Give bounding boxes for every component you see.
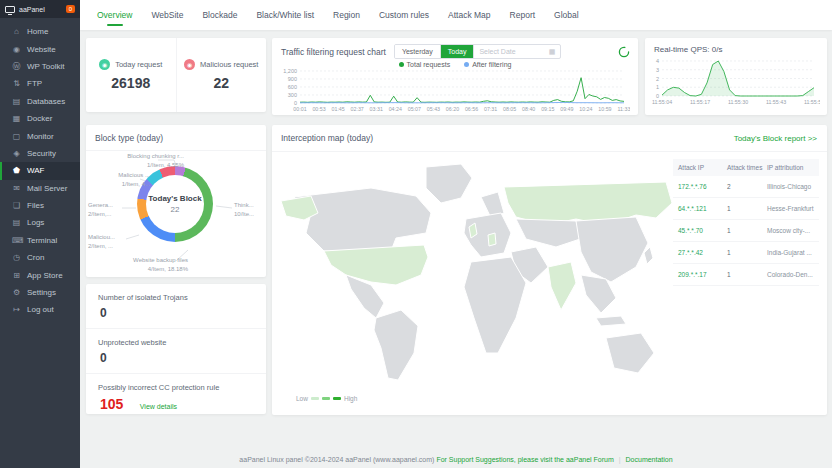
- tab-website[interactable]: WebSite: [151, 0, 183, 30]
- sidebar: aaPanel 0 ⌂Home◉WebsiteⓌWP Toolkit⇅FTP▤D…: [0, 0, 80, 468]
- malicious-request-label: Malicious request: [200, 60, 258, 69]
- sidebar-item-cron[interactable]: ◷Cron: [0, 249, 80, 266]
- tab-region[interactable]: Region: [333, 0, 360, 30]
- svg-text:11:55:04: 11:55:04: [652, 99, 672, 105]
- after-filtering-dot: [464, 62, 469, 67]
- legend-after-filtering[interactable]: After filtering: [464, 61, 511, 68]
- attack-table-row[interactable]: 209.*.*.171Colorado-Den...: [673, 264, 819, 286]
- tab-blockade[interactable]: Blockade: [202, 0, 237, 30]
- date-range-group: Yesterday Today Select Date ▦: [394, 44, 562, 59]
- svg-text:600: 600: [288, 84, 297, 90]
- isolated-trojans-value: 0: [98, 306, 254, 320]
- world-map: [276, 157, 676, 385]
- calendar-icon: ▦: [549, 48, 556, 56]
- view-details-link[interactable]: View details: [140, 403, 177, 410]
- files-icon: ❏: [12, 201, 21, 210]
- attack-times: 1: [727, 249, 767, 256]
- tab-global[interactable]: Global: [554, 0, 579, 30]
- sidebar-item-mail-server[interactable]: ✉Mail Server: [0, 180, 80, 197]
- legend-dash-mid: [322, 397, 330, 400]
- sidebar-item-label: Logs: [27, 218, 44, 227]
- ip-attribution: India-Gujarat ...: [767, 249, 819, 256]
- slice-label-malicious-1: Malicious ...1/Item, 4...: [88, 171, 150, 190]
- footer-copyright: aaPanel Linux panel ©2014-2024 aaPanel (…: [239, 456, 434, 463]
- tab-attack-map[interactable]: Attack Map: [448, 0, 491, 30]
- select-date-placeholder: Select Date: [479, 48, 544, 55]
- cron-icon: ◷: [12, 253, 21, 262]
- sidebar-item-label: WP Toolkit: [27, 62, 65, 71]
- attack-table-row[interactable]: 27.*.*.421India-Gujarat ...: [673, 242, 819, 264]
- svg-text:03:31: 03:31: [370, 106, 383, 112]
- docker-icon: ▦: [12, 114, 21, 123]
- svg-text:1: 1: [656, 84, 659, 90]
- sidebar-item-files[interactable]: ❏Files: [0, 197, 80, 214]
- attack-table-row[interactable]: 45.*.*.701Moscow city-...: [673, 220, 819, 242]
- sidebar-item-label: Monitor: [27, 132, 54, 141]
- sidebar-item-security[interactable]: ◈Security: [0, 145, 80, 162]
- block-report-link[interactable]: Today's Block report >>: [734, 134, 817, 143]
- app-name: aaPanel: [19, 6, 45, 13]
- sidebar-item-docker[interactable]: ▦Docker: [0, 110, 80, 127]
- sidebar-item-home[interactable]: ⌂Home: [0, 23, 80, 40]
- select-date-input[interactable]: Select Date ▦: [474, 45, 560, 58]
- legend-high-label: High: [344, 395, 357, 402]
- today-request-stat: ◉ Today request 26198: [86, 38, 177, 112]
- svg-text:11:55:55: 11:55:55: [804, 99, 820, 105]
- legend-dash-light: [311, 397, 319, 400]
- attack-ip: 172.*.*.76: [673, 183, 727, 190]
- legend-dash-dark: [333, 397, 341, 400]
- svg-text:300: 300: [288, 92, 297, 98]
- qps-card: Real-time QPS: 0/s 0123411:55:0411:55:17…: [645, 38, 827, 115]
- sidebar-item-waf[interactable]: ⬟WAF: [0, 162, 80, 179]
- sidebar-menu: ⌂Home◉WebsiteⓌWP Toolkit⇅FTP▤Databases▦D…: [0, 18, 80, 319]
- attack-table-row[interactable]: 172.*.*.762Illinois-Chicago: [673, 176, 819, 198]
- svg-text:11:55:17: 11:55:17: [690, 99, 710, 105]
- app-store-icon: ⊞: [12, 271, 21, 280]
- sidebar-item-settings[interactable]: ⚙Settings: [0, 284, 80, 301]
- logout-icon: ↦: [12, 305, 21, 314]
- legend-total-requests[interactable]: Total requests: [399, 61, 451, 68]
- today-button[interactable]: Today: [441, 45, 475, 58]
- svg-text:3: 3: [656, 67, 659, 73]
- svg-text:01:45: 01:45: [331, 106, 344, 112]
- documentation-link[interactable]: Documentation: [626, 456, 673, 463]
- tab-black-white-list[interactable]: Black/White list: [256, 0, 314, 30]
- sidebar-item-label: Mail Server: [27, 184, 67, 193]
- svg-text:06:56: 06:56: [465, 106, 478, 112]
- auto-refresh-icon[interactable]: [618, 46, 630, 58]
- sidebar-item-monitor[interactable]: ▢Monitor: [0, 127, 80, 144]
- alerts-card: Number of isolated Trojans 0 Unprotected…: [86, 284, 266, 414]
- donut-center: Today's Block 22: [146, 175, 204, 233]
- slice-label-website-backup: Website backup files4/Item, 18.18%: [88, 256, 188, 275]
- website-icon: ◉: [12, 45, 21, 54]
- traffic-chart-title: Traffic filtering request chart: [281, 47, 386, 57]
- sidebar-item-databases[interactable]: ▤Databases: [0, 93, 80, 110]
- logo-bar[interactable]: aaPanel 0: [0, 0, 80, 18]
- svg-text:09:15: 09:15: [541, 106, 554, 112]
- svg-text:07:31: 07:31: [484, 106, 497, 112]
- tab-custom-rules[interactable]: Custom rules: [379, 0, 429, 30]
- map-color-legend: Low High: [296, 395, 357, 402]
- sidebar-item-terminal[interactable]: ⌨Terminal: [0, 232, 80, 249]
- sidebar-item-label: Terminal: [27, 236, 57, 245]
- svg-text:08:40: 08:40: [522, 106, 535, 112]
- main-area: OverviewWebSiteBlockadeBlack/White listR…: [80, 0, 832, 468]
- sidebar-item-ftp[interactable]: ⇅FTP: [0, 75, 80, 92]
- tab-report[interactable]: Report: [510, 0, 536, 30]
- yesterday-button[interactable]: Yesterday: [395, 45, 441, 58]
- message-badge[interactable]: 0: [66, 5, 75, 13]
- sidebar-item-logout[interactable]: ↦Log out: [0, 301, 80, 318]
- sidebar-item-website[interactable]: ◉Website: [0, 40, 80, 57]
- attack-table-row[interactable]: 64.*.*.1211Hesse-Frankfurt: [673, 198, 819, 220]
- donut-center-title: Today's Block: [148, 194, 201, 203]
- forum-link[interactable]: For Support Suggestions, please visit th…: [436, 456, 613, 463]
- sidebar-item-app-store[interactable]: ⊞App Store: [0, 266, 80, 283]
- sidebar-item-label: App Store: [27, 271, 63, 280]
- monitor-icon: ▢: [12, 132, 21, 141]
- waf-icon: ⬟: [12, 166, 21, 175]
- attack-times: 1: [727, 227, 767, 234]
- tab-overview[interactable]: Overview: [97, 0, 132, 30]
- unprotected-website-stat: Unprotected website 0: [86, 329, 266, 374]
- sidebar-item-logs[interactable]: ▤Logs: [0, 214, 80, 231]
- sidebar-item-wp-toolkit[interactable]: ⓌWP Toolkit: [0, 58, 80, 75]
